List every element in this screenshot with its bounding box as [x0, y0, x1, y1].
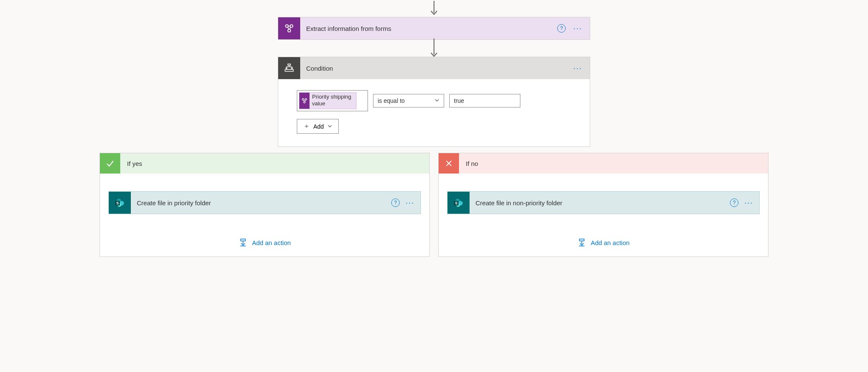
condition-left-operand[interactable]: Priority shipping value — [297, 90, 368, 111]
svg-line-18 — [305, 100, 305, 101]
more-menu-icon[interactable]: ··· — [572, 24, 584, 33]
more-menu-icon[interactable]: ··· — [406, 198, 415, 207]
more-menu-icon[interactable]: ··· — [744, 198, 753, 207]
condition-branches: If yes S Create file in priority folder — [0, 153, 868, 257]
svg-line-5 — [290, 27, 290, 29]
extract-card-title: Extract information from forms — [306, 25, 551, 32]
add-condition-button[interactable]: ＋ Add — [297, 119, 339, 134]
flow-arrow — [430, 0, 438, 17]
yes-action-title: Create file in priority folder — [137, 199, 385, 207]
if-no-header: If no — [439, 153, 768, 174]
svg-rect-9 — [288, 64, 291, 65]
chevron-down-icon — [327, 123, 332, 130]
condition-value-input[interactable]: true — [449, 94, 520, 107]
ai-builder-icon — [299, 93, 310, 109]
svg-rect-24 — [241, 239, 246, 241]
add-button-label: Add — [313, 123, 324, 130]
add-action-label: Add an action — [591, 239, 630, 246]
extract-card-header[interactable]: Extract information from forms ? ··· — [278, 17, 590, 39]
svg-point-3 — [288, 29, 291, 32]
operator-value: is equal to — [378, 97, 405, 104]
flow-arrow — [430, 40, 438, 57]
extract-card: Extract information from forms ? ··· — [278, 17, 590, 40]
if-yes-header: If yes — [100, 153, 429, 174]
svg-line-17 — [304, 100, 304, 101]
condition-body: Priority shipping value is equal to true… — [278, 79, 590, 146]
chevron-down-icon — [434, 97, 440, 104]
if-yes-label: If yes — [120, 160, 142, 167]
close-icon — [439, 153, 459, 174]
sharepoint-icon: S — [448, 192, 470, 214]
help-icon[interactable]: ? — [557, 24, 566, 33]
no-action-header[interactable]: S Create file in non-priority folder ? ·… — [448, 192, 759, 214]
if-no-branch: If no S Create file in non-priority fold… — [438, 153, 768, 257]
condition-icon — [278, 57, 300, 79]
dynamic-content-pill[interactable]: Priority shipping value — [299, 92, 357, 109]
sharepoint-icon: S — [109, 192, 131, 214]
ai-builder-icon — [278, 17, 300, 39]
pill-label: Priority shipping value — [310, 93, 356, 109]
svg-rect-8 — [285, 69, 293, 71]
add-action-label: Add an action — [252, 239, 291, 246]
svg-line-4 — [288, 27, 289, 29]
add-action-button[interactable]: Add an action — [447, 238, 760, 247]
svg-rect-34 — [580, 239, 584, 241]
checkmark-icon — [100, 153, 120, 174]
help-icon[interactable]: ? — [730, 198, 738, 207]
condition-operator-select[interactable]: is equal to — [373, 94, 444, 107]
plus-icon: ＋ — [303, 122, 310, 131]
svg-text:S: S — [455, 201, 458, 205]
svg-text:S: S — [116, 201, 119, 205]
if-no-label: If no — [459, 160, 478, 167]
more-menu-icon[interactable]: ··· — [572, 64, 584, 73]
condition-card-header[interactable]: Condition ··· — [278, 57, 590, 79]
help-icon[interactable]: ? — [391, 198, 400, 207]
add-action-icon — [238, 238, 248, 247]
yes-action-card: S Create file in priority folder ? ··· — [108, 191, 421, 214]
condition-row: Priority shipping value is equal to true — [297, 90, 571, 111]
condition-value: true — [454, 97, 464, 104]
yes-action-header[interactable]: S Create file in priority folder ? ··· — [109, 192, 420, 214]
condition-card-title: Condition — [306, 65, 566, 72]
condition-card: Condition ··· Priority shipping valu — [278, 57, 590, 147]
add-action-button[interactable]: Add an action — [108, 238, 421, 247]
if-yes-branch: If yes S Create file in priority folder — [100, 153, 430, 257]
svg-point-16 — [304, 101, 305, 103]
no-action-title: Create file in non-priority folder — [475, 199, 724, 207]
no-action-card: S Create file in non-priority folder ? ·… — [447, 191, 760, 214]
add-action-icon — [577, 238, 586, 247]
